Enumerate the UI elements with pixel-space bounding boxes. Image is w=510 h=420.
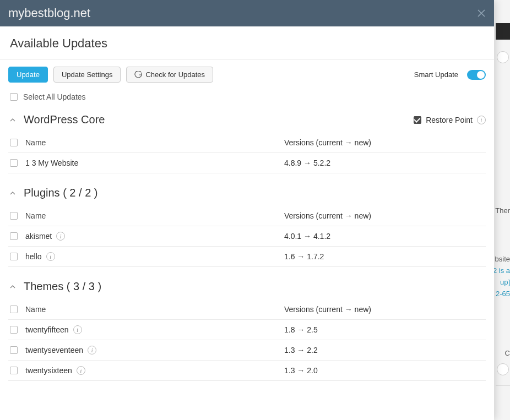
column-header-versions: Versions (current → new) [284, 138, 484, 147]
row-checkbox[interactable] [10, 232, 18, 240]
table-body-core: 1 3 My Website4.8.9 → 5.2.2 [8, 153, 486, 173]
update-settings-label: Update Settings [62, 70, 113, 79]
row-version: 1.8 → 2.5 [284, 325, 484, 334]
chevron-up-icon[interactable] [8, 116, 17, 124]
page-title: Available Updates [0, 26, 494, 60]
section-checkbox-plugins[interactable] [10, 212, 18, 220]
background-dark-bar [496, 23, 510, 40]
site-title: mybestblog.net [8, 6, 477, 20]
select-all-label: Select All Updates [23, 92, 86, 101]
background-text-fragment: Ther [495, 206, 510, 215]
column-header-name: Name [25, 138, 284, 147]
row-checkbox[interactable] [10, 253, 18, 260]
info-icon[interactable]: i [46, 252, 55, 261]
row-checkbox[interactable] [10, 326, 18, 334]
table-plugins: Name Versions (current → new) akismeti4.… [8, 206, 486, 267]
info-icon[interactable]: i [477, 116, 486, 124]
chevron-up-icon[interactable] [8, 282, 17, 291]
background-text-fragment: 2-65 [496, 290, 510, 298]
row-name: 1 3 My Website [25, 159, 284, 167]
background-text-fragment: 2 is a [493, 266, 510, 275]
row-name: helloi [25, 252, 284, 261]
row-version: 4.0.1 → 4.1.2 [284, 232, 484, 241]
select-all-row: Select All Updates [8, 92, 486, 101]
table-row: twentyseventeeni1.3 → 2.2 [8, 340, 486, 361]
info-icon[interactable]: i [88, 346, 96, 354]
section-title-themes: Themes ( 3 / 3 ) [24, 280, 101, 293]
background-circle-icon [497, 363, 509, 375]
table-themes: Name Versions (current → new) twentyfift… [8, 299, 486, 381]
table-core: Name Versions (current → new) 1 3 My Web… [8, 133, 486, 173]
column-header-versions: Versions (current → new) [284, 211, 484, 220]
smart-update-toggle[interactable] [467, 70, 486, 80]
info-icon[interactable]: i [77, 366, 85, 375]
background-divider [496, 385, 510, 386]
update-settings-button[interactable]: Update Settings [53, 67, 121, 83]
background-text-fragment: C [505, 349, 510, 357]
update-button-label: Update [17, 70, 40, 79]
table-header-row: Name Versions (current → new) [8, 299, 486, 320]
column-header-name: Name [25, 211, 284, 220]
table-row: twentysixteeni1.3 → 2.0 [8, 361, 486, 381]
column-header-name: Name [25, 305, 284, 314]
row-version: 1.3 → 2.2 [284, 346, 484, 354]
smart-update-label: Smart Update [414, 70, 458, 79]
modal-content: Update Update Settings Check for Updates… [0, 60, 494, 420]
restore-point-label: Restore Point [426, 116, 473, 124]
row-version: 1.3 → 2.0 [284, 366, 484, 375]
modal-header: mybestblog.net [0, 0, 494, 26]
row-checkbox[interactable] [10, 367, 18, 374]
section-title-core: WordPress Core [24, 113, 105, 126]
select-all-checkbox[interactable] [10, 93, 18, 101]
row-name: twentyfifteeni [25, 325, 284, 334]
table-row: 1 3 My Website4.8.9 → 5.2.2 [8, 153, 486, 173]
table-header-row: Name Versions (current → new) [8, 206, 486, 226]
info-icon[interactable]: i [56, 232, 65, 241]
table-header-row: Name Versions (current → new) [8, 133, 486, 153]
action-bar: Update Update Settings Check for Updates… [8, 67, 486, 83]
check-updates-label: Check for Updates [145, 70, 205, 79]
chevron-up-icon[interactable] [8, 189, 17, 198]
row-name: akismeti [25, 232, 284, 241]
row-version: 1.6 → 1.7.2 [284, 252, 484, 261]
background-circle-icon [497, 51, 509, 63]
restore-point-checkbox[interactable] [414, 116, 421, 124]
row-checkbox[interactable] [10, 159, 18, 167]
row-version: 4.8.9 → 5.2.2 [284, 159, 484, 167]
row-name-text: 1 3 My Website [25, 159, 78, 167]
updates-modal: mybestblog.net Available Updates Update … [0, 0, 494, 420]
section-head-themes: Themes ( 3 / 3 ) [8, 280, 486, 293]
column-header-versions: Versions (current → new) [284, 305, 484, 314]
row-name-text: hello [25, 252, 42, 261]
info-icon[interactable]: i [73, 325, 82, 334]
section-core: WordPress Core Restore Point i Name Vers… [8, 113, 486, 173]
check-updates-button[interactable]: Check for Updates [126, 67, 213, 83]
row-name: twentyseventeeni [25, 346, 284, 354]
row-name-text: twentysixteen [25, 366, 72, 375]
refresh-icon [134, 71, 142, 79]
section-checkbox-themes[interactable] [10, 306, 18, 313]
section-title-plugins: Plugins ( 2 / 2 ) [24, 187, 98, 199]
table-body-plugins: akismeti4.0.1 → 4.1.2helloi1.6 → 1.7.2 [8, 226, 486, 267]
section-head-plugins: Plugins ( 2 / 2 ) [8, 187, 486, 199]
row-name: twentysixteeni [25, 366, 284, 375]
close-icon[interactable] [477, 9, 486, 18]
table-row: twentyfifteeni1.8 → 2.5 [8, 320, 486, 340]
section-plugins: Plugins ( 2 / 2 ) Name Versions (current… [8, 187, 486, 267]
table-row: helloi1.6 → 1.7.2 [8, 247, 486, 267]
background-text-fragment: bsite [495, 255, 510, 263]
section-checkbox-core[interactable] [10, 139, 18, 146]
row-name-text: twentyseventeen [25, 346, 83, 354]
background-text-fragment: up] [500, 278, 510, 286]
restore-point: Restore Point i [414, 116, 486, 124]
row-checkbox[interactable] [10, 346, 18, 354]
toggle-knob [477, 71, 485, 79]
update-button[interactable]: Update [8, 67, 48, 83]
section-head-core: WordPress Core Restore Point i [8, 113, 486, 126]
table-body-themes: twentyfifteeni1.8 → 2.5twentyseventeeni1… [8, 320, 486, 381]
section-themes: Themes ( 3 / 3 ) Name Versions (current … [8, 280, 486, 381]
row-name-text: twentyfifteen [25, 325, 69, 334]
row-name-text: akismet [25, 232, 52, 241]
table-row: akismeti4.0.1 → 4.1.2 [8, 226, 486, 247]
